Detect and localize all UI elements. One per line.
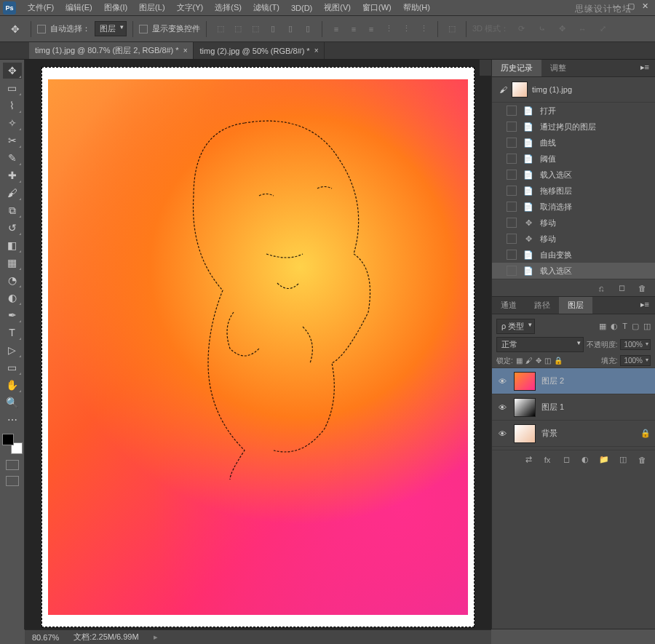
history-item[interactable]: 📄取消选择 <box>492 199 655 215</box>
status-menu-icon[interactable]: ▸ <box>154 632 158 642</box>
filter-smart-icon[interactable]: ◫ <box>643 322 651 331</box>
tab-channels[interactable]: 通道 <box>492 297 525 314</box>
eyedropper-tool[interactable]: ✎ <box>3 150 22 166</box>
filter-pixel-icon[interactable]: ▦ <box>599 322 606 331</box>
orbit-3d-icon[interactable]: ⟳ <box>513 21 529 37</box>
hand-tool[interactable]: ✋ <box>3 377 22 393</box>
menu-filter[interactable]: 滤镜(T) <box>247 1 285 15</box>
fill-input[interactable]: 100% <box>620 355 651 366</box>
distribute-hcenter-icon[interactable]: ⋮ <box>398 21 414 37</box>
show-transform-checkbox[interactable] <box>139 25 148 33</box>
lock-all-icon[interactable]: 🔒 <box>554 357 563 365</box>
align-bottom-icon[interactable]: ⬚ <box>247 21 263 37</box>
menu-image[interactable]: 图像(I) <box>98 1 133 15</box>
document-tab-other[interactable]: timg (2).jpg @ 50% (RGB/8#) * × <box>194 42 325 59</box>
shape-tool[interactable]: ▭ <box>3 359 22 375</box>
screen-mode-toggle[interactable] <box>6 476 19 486</box>
history-brush-target[interactable] <box>507 122 517 132</box>
menu-type[interactable]: 文字(Y) <box>171 1 210 15</box>
layer-filter-dropdown[interactable]: ρ 类型 <box>496 319 535 334</box>
canvas-document[interactable] <box>41 67 475 627</box>
align-left-icon[interactable]: ▯ <box>265 21 281 37</box>
menu-window[interactable]: 窗口(W) <box>357 1 397 15</box>
auto-select-checkbox[interactable] <box>37 25 46 33</box>
delete-layer-icon[interactable]: 🗑 <box>636 454 648 466</box>
adjustment-layer-icon[interactable]: ◐ <box>579 454 591 466</box>
clone-stamp-tool[interactable]: ⧉ <box>3 202 22 218</box>
menu-layer[interactable]: 图层(L) <box>133 1 170 15</box>
lock-artboard-icon[interactable]: ◫ <box>544 357 551 365</box>
lock-position-icon[interactable]: ✥ <box>536 357 541 365</box>
type-tool[interactable]: T <box>3 325 22 341</box>
menu-3d[interactable]: 3D(D) <box>285 2 318 14</box>
layer-mask-icon[interactable]: ◻ <box>560 454 572 466</box>
distribute-vcenter-icon[interactable]: ≡ <box>346 21 362 37</box>
marquee-tool[interactable]: ▭ <box>3 80 22 96</box>
menu-edit[interactable]: 编辑(E) <box>60 1 98 15</box>
distribute-top-icon[interactable]: ≡ <box>328 21 344 37</box>
align-hcenter-icon[interactable]: ▯ <box>282 21 298 37</box>
distribute-left-icon[interactable]: ⋮ <box>381 21 397 37</box>
layer-thumbnail[interactable] <box>514 424 536 443</box>
history-item[interactable]: ✥移动 <box>492 215 655 231</box>
scale-3d-icon[interactable]: ⤢ <box>595 21 611 37</box>
healing-brush-tool[interactable]: ✚ <box>3 167 22 183</box>
lock-transparency-icon[interactable]: ▦ <box>516 357 523 365</box>
align-vcenter-icon[interactable]: ⬚ <box>230 21 246 37</box>
create-snapshot-icon[interactable]: ◻ <box>616 282 627 294</box>
slide-3d-icon[interactable]: ↔ <box>574 21 590 37</box>
delete-state-icon[interactable]: 🗑 <box>636 282 648 294</box>
history-brush-tool[interactable]: ↺ <box>3 220 22 236</box>
status-doc-info[interactable]: 文档:2.25M/6.99M <box>74 632 138 643</box>
panel-menu-icon[interactable]: ▸≡ <box>635 60 655 76</box>
brush-tool[interactable]: 🖌 <box>3 185 22 201</box>
history-item[interactable]: 📄拖移图层 <box>492 183 655 199</box>
filter-adjust-icon[interactable]: ◐ <box>611 322 618 331</box>
visibility-toggle-icon[interactable]: 👁 <box>496 403 508 412</box>
tab-history[interactable]: 历史记录 <box>492 60 541 76</box>
menu-file[interactable]: 文件(F) <box>22 1 60 15</box>
eraser-tool[interactable]: ◧ <box>3 237 22 253</box>
layer-group-icon[interactable]: 📁 <box>598 454 610 466</box>
layer-item[interactable]: 👁图层 1 <box>492 394 655 421</box>
window-minimize-icon[interactable]: — <box>613 1 623 12</box>
layer-style-icon[interactable]: fx <box>541 454 553 466</box>
window-close-icon[interactable]: ✕ <box>642 1 652 12</box>
layer-thumbnail[interactable] <box>514 372 536 391</box>
lock-image-icon[interactable]: 🖌 <box>525 357 533 365</box>
auto-align-icon[interactable]: ⬚ <box>444 21 460 37</box>
auto-select-dropdown[interactable]: 图层 <box>95 21 127 36</box>
layer-name[interactable]: 图层 1 <box>541 402 564 413</box>
opacity-input[interactable]: 100% <box>620 339 651 350</box>
filter-shape-icon[interactable]: ▢ <box>632 322 639 331</box>
layer-name[interactable]: 背景 <box>541 428 557 439</box>
history-brush-target[interactable] <box>507 106 517 116</box>
blend-mode-dropdown[interactable]: 正常 <box>496 337 584 352</box>
canvas-area[interactable] <box>25 60 491 629</box>
panel-collapse-strip[interactable] <box>480 60 491 76</box>
create-document-from-state-icon[interactable]: ⎌ <box>595 282 607 294</box>
history-brush-target[interactable] <box>507 234 517 244</box>
history-brush-target[interactable] <box>507 266 517 276</box>
distribute-bottom-icon[interactable]: ≡ <box>363 21 379 37</box>
layer-name[interactable]: 图层 2 <box>541 375 564 386</box>
align-top-icon[interactable]: ⬚ <box>213 21 229 37</box>
new-layer-icon[interactable]: ◫ <box>617 454 629 466</box>
dodge-tool[interactable]: ◐ <box>3 290 22 306</box>
history-item[interactable]: 📄自由变换 <box>492 247 655 263</box>
history-item[interactable]: 📄阈值 <box>492 151 655 167</box>
visibility-toggle-icon[interactable]: 👁 <box>496 429 508 438</box>
move-tool[interactable]: ✥ <box>3 63 22 79</box>
color-swatches[interactable] <box>2 434 23 454</box>
blur-tool[interactable]: ◔ <box>3 272 22 288</box>
menu-select[interactable]: 选择(S) <box>209 1 247 15</box>
history-item[interactable]: 📄打开 <box>492 103 655 119</box>
history-brush-target[interactable] <box>507 170 517 180</box>
crop-tool[interactable]: ✂ <box>3 132 22 148</box>
history-item[interactable]: ✥移动 <box>492 231 655 247</box>
quick-mask-toggle[interactable] <box>6 460 19 470</box>
history-snapshot[interactable]: 🖌 timg (1).jpg <box>492 77 655 103</box>
distribute-right-icon[interactable]: ⋮ <box>416 21 432 37</box>
zoom-level[interactable]: 80.67% <box>32 633 59 642</box>
link-layers-icon[interactable]: ⇄ <box>523 454 534 466</box>
